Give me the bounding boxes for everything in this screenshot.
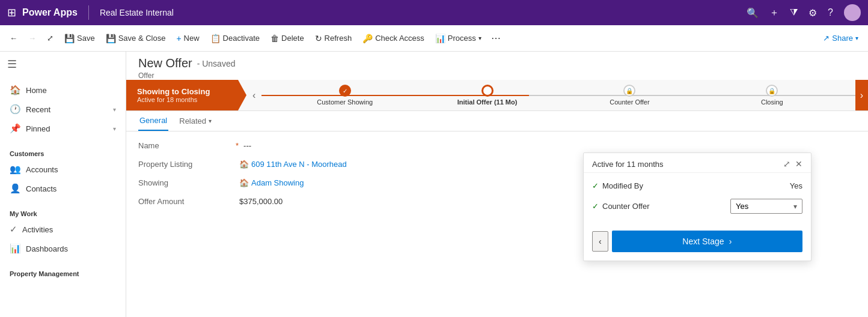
refresh-button[interactable]: ↻ Refresh bbox=[310, 31, 357, 46]
pinned-icon: 📌 bbox=[10, 123, 21, 134]
popout-icon: ⤢ bbox=[47, 34, 53, 43]
stage-next-button[interactable]: › bbox=[855, 80, 868, 110]
user-avatar[interactable] bbox=[844, 4, 861, 21]
form-row-name: Name * --- bbox=[138, 141, 856, 150]
app-name: Power Apps bbox=[22, 7, 78, 18]
refresh-icon: ↻ bbox=[315, 34, 322, 43]
sidebar-hamburger-button[interactable]: ☰ bbox=[0, 52, 126, 77]
customers-header: Customers bbox=[0, 145, 126, 160]
stage-prev-button[interactable]: ‹ bbox=[246, 80, 261, 110]
tab-related[interactable]: Related ▾ bbox=[178, 111, 213, 131]
grid-icon: ⊞ bbox=[7, 6, 16, 19]
counter-offer-check-icon: ✓ bbox=[592, 202, 599, 211]
add-icon[interactable]: ＋ bbox=[769, 7, 779, 19]
settings-icon[interactable]: ⚙ bbox=[808, 7, 817, 19]
top-nav-right: 🔍 ＋ ⧩ ⚙ ? bbox=[747, 4, 861, 21]
new-button[interactable]: + New bbox=[171, 31, 204, 46]
sidebar-item-home[interactable]: 🏠 Home bbox=[0, 80, 126, 100]
counter-offer-dropdown-icon: ▾ bbox=[793, 202, 797, 211]
popup-close-button[interactable]: ✕ bbox=[795, 159, 802, 169]
save-close-icon: 💾 bbox=[106, 34, 116, 43]
next-stage-arrow-icon: › bbox=[729, 237, 732, 246]
more-button[interactable]: ⋯ bbox=[487, 30, 504, 46]
my-work-header: My Work bbox=[0, 205, 126, 220]
save-icon: 💾 bbox=[64, 34, 75, 43]
recent-icon: 🕐 bbox=[10, 104, 21, 115]
stage-label-customer-showing: Customer Showing bbox=[317, 98, 373, 106]
process-button[interactable]: 📊 Process ▾ bbox=[430, 31, 486, 46]
stage-active-subtitle: Active for 18 months bbox=[137, 96, 236, 103]
forward-button[interactable]: → bbox=[23, 31, 41, 45]
activities-icon: ✓ bbox=[10, 224, 17, 235]
stage-label-closing: Closing bbox=[761, 98, 783, 106]
sidebar-item-contacts[interactable]: 👤 Contacts bbox=[0, 179, 126, 198]
recent-arrow-icon: ▾ bbox=[113, 106, 116, 113]
field-value-offer-amount[interactable]: $375,000.00 bbox=[239, 197, 283, 206]
popup-header: Active for 11 months ⤢ ✕ bbox=[584, 153, 811, 173]
save-close-button[interactable]: 💾 Save & Close bbox=[101, 31, 171, 46]
delete-icon: 🗑 bbox=[270, 34, 279, 43]
field-value-property-listing[interactable]: 🏠 609 11th Ave N - Moorhead bbox=[239, 160, 347, 169]
popup-expand-button[interactable]: ⤢ bbox=[783, 159, 790, 169]
page-subtitle: Offer bbox=[138, 71, 856, 80]
page-title: New Offer bbox=[138, 56, 192, 70]
sidebar-item-dashboards[interactable]: 📊 Dashboards bbox=[0, 239, 126, 258]
accounts-icon: 👥 bbox=[10, 164, 21, 175]
field-label-showing: Showing bbox=[138, 178, 234, 187]
sidebar-item-pinned[interactable]: 📌 Pinned ▾ bbox=[0, 119, 126, 138]
stage-step-initial-offer[interactable]: Initial Offer (11 Mo) bbox=[416, 85, 558, 106]
field-label-property-listing: Property Listing bbox=[138, 160, 234, 169]
app-title: Real Estate Internal bbox=[100, 8, 174, 17]
check-access-button[interactable]: 🔑 Check Access bbox=[358, 31, 429, 46]
dashboards-icon: 📊 bbox=[10, 243, 21, 254]
share-button[interactable]: ↗ Share ▾ bbox=[818, 31, 863, 45]
counter-offer-select-value: Yes bbox=[736, 202, 748, 211]
stage-active-label[interactable]: Showing to Closing Active for 18 months bbox=[126, 80, 246, 110]
sidebar-item-recent[interactable]: 🕐 Recent ▾ bbox=[0, 100, 126, 119]
popup-body: ✓ Modified By Yes ✓ Counter Offer Yes ▾ bbox=[584, 173, 811, 231]
popup-field-counter-offer: ✓ Counter Offer Yes ▾ bbox=[592, 199, 802, 214]
help-icon[interactable]: ? bbox=[828, 7, 833, 18]
toolbar: ← → ⤢ 💾 Save 💾 Save & Close + New 📋 Deac… bbox=[0, 25, 868, 52]
sidebar-nav-section: 🏠 Home 🕐 Recent ▾ 📌 Pinned ▾ bbox=[0, 77, 126, 142]
field-value-showing[interactable]: 🏠 Adam Showing bbox=[239, 178, 304, 187]
filter-icon[interactable]: ⧩ bbox=[790, 7, 798, 18]
counter-offer-select[interactable]: Yes ▾ bbox=[730, 199, 802, 214]
stage-step-closing[interactable]: 🔒 Closing bbox=[701, 85, 843, 106]
field-required-indicator: * bbox=[236, 141, 239, 150]
sidebar-item-activities[interactable]: ✓ Activities bbox=[0, 220, 126, 239]
stage-dot-closing: 🔒 bbox=[766, 85, 778, 97]
save-button[interactable]: 💾 Save bbox=[60, 31, 100, 46]
stage-step-customer-showing[interactable]: ✓ Customer Showing bbox=[274, 85, 416, 106]
content-area: New Offer - Unsaved Offer Showing to Clo… bbox=[126, 52, 868, 317]
popout-button[interactable]: ⤢ bbox=[42, 31, 58, 45]
back-icon: ← bbox=[10, 34, 17, 43]
field-value-name[interactable]: --- bbox=[243, 141, 251, 150]
stage-label-initial-offer: Initial Offer (11 Mo) bbox=[457, 98, 518, 106]
stage-popup: Active for 11 months ⤢ ✕ ✓ Modified By Y… bbox=[583, 152, 811, 261]
stage-label-counter-offer: Counter Offer bbox=[610, 98, 649, 106]
delete-button[interactable]: 🗑 Delete bbox=[266, 31, 309, 46]
related-dropdown-icon: ▾ bbox=[209, 118, 212, 124]
stage-steps: ✓ Customer Showing Initial Offer (11 Mo)… bbox=[261, 80, 855, 110]
search-icon[interactable]: 🔍 bbox=[747, 7, 759, 19]
showing-icon: 🏠 bbox=[239, 178, 249, 187]
next-stage-button[interactable]: Next Stage › bbox=[612, 231, 802, 252]
stage-step-counter-offer[interactable]: 🔒 Counter Offer bbox=[558, 85, 701, 106]
app-grid-button[interactable]: ⊞ bbox=[7, 6, 16, 19]
tab-general[interactable]: General bbox=[138, 111, 168, 131]
stage-dot-completed: ✓ bbox=[339, 85, 351, 97]
sidebar-item-accounts[interactable]: 👥 Accounts bbox=[0, 160, 126, 179]
stage-bar: Showing to Closing Active for 18 months … bbox=[126, 80, 868, 111]
share-dropdown-icon: ▾ bbox=[855, 35, 858, 41]
property-management-section: Property Management bbox=[0, 262, 126, 283]
stage-popup-prev-button[interactable]: ‹ bbox=[592, 231, 608, 252]
stage-active-title: Showing to Closing bbox=[137, 87, 236, 96]
back-button[interactable]: ← bbox=[5, 31, 22, 45]
popup-field-modified-by: ✓ Modified By Yes bbox=[592, 181, 802, 190]
contacts-icon: 👤 bbox=[10, 183, 21, 194]
share-icon: ↗ bbox=[823, 34, 830, 43]
field-label-name: Name bbox=[138, 141, 234, 150]
deactivate-button[interactable]: 📋 Deactivate bbox=[206, 31, 264, 46]
tabs-bar: General Related ▾ bbox=[126, 111, 868, 131]
